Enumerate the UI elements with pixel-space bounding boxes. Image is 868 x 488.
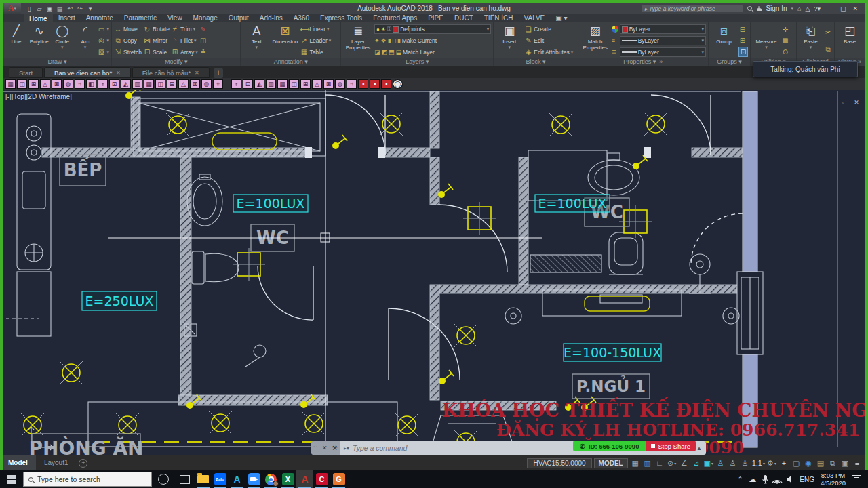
taskbar-app-excel[interactable]: X — [279, 470, 296, 488]
taskbar-app-autocad[interactable]: A — [296, 470, 313, 488]
open-button[interactable]: ▱ — [35, 5, 43, 12]
block-tool-icon-4[interactable]: ◬ — [40, 79, 50, 89]
ribbon-tab-view[interactable]: View — [162, 14, 188, 22]
block-tool-icon-11[interactable]: ◭ — [121, 79, 131, 89]
language-indicator[interactable]: ENG — [800, 476, 814, 483]
close-tab-icon[interactable]: ✕ — [195, 68, 199, 78]
block-tool-icon-14[interactable]: ◫ — [155, 79, 165, 89]
insert-block-button[interactable]: ▣ Insert ▾ — [496, 24, 523, 58]
ribbon-tab-add-ins[interactable]: Add-ins — [254, 14, 288, 22]
group-edit-button[interactable]: ⊞ — [738, 35, 748, 45]
paste-button[interactable]: ⎗ Paste ▾ — [799, 24, 823, 58]
hatch-tool-button[interactable]: ▨▾ — [98, 47, 110, 57]
panel-label-modify[interactable]: Modify ▾ — [112, 58, 240, 66]
minimize-button[interactable]: – — [830, 5, 833, 12]
file-tab[interactable]: File cần hộ mẫu*✕ — [132, 67, 210, 78]
linetype-dropdown[interactable]: ByLayer▾ — [620, 36, 706, 45]
status-toggle-17[interactable]: ⧉ — [827, 458, 838, 468]
block-tool-icon-19[interactable]: ⌗ — [213, 79, 223, 89]
status-toggle-11[interactable]: 1:1▾ — [752, 458, 765, 468]
viewport-controls-label[interactable]: [-][Top][2D Wireframe] — [5, 93, 72, 100]
block-tool-icon-8[interactable]: ◧ — [86, 79, 96, 89]
block-tool-icon-28[interactable]: ◬ — [312, 79, 322, 89]
block-tool-icon-17[interactable]: ⊠ — [190, 79, 200, 89]
new-drawing-tab-button[interactable]: + — [214, 68, 223, 78]
match-layer-button[interactable]: ◪◩⬒⬓ Match Layer — [374, 47, 491, 57]
command-line-grip[interactable]: ∷ ✕ ⚒ — [311, 441, 340, 455]
panel-label-groups[interactable]: Groups ▾ — [709, 58, 750, 66]
block-tool-icon-6[interactable]: ◍ — [63, 79, 73, 89]
status-toggle-12[interactable]: ⚙▾ — [766, 458, 777, 468]
ribbon-tab-insert[interactable]: Insert — [53, 14, 81, 22]
leader-button[interactable]: ↗Leader ▾ — [300, 35, 331, 45]
ribbon-tab-manage[interactable]: Manage — [188, 14, 223, 22]
rotate-button[interactable]: ↻Rotate — [143, 24, 170, 35]
edit-block-button[interactable]: ✎Edit — [524, 35, 573, 45]
block-tool-icon-33[interactable]: ▪ — [370, 79, 380, 89]
block-tool-icon-18[interactable]: ◍ — [201, 79, 212, 89]
lineweight-dropdown[interactable]: ByLayer▾ — [620, 47, 706, 57]
cut-button[interactable]: ✂ — [824, 27, 832, 37]
ribbon-tab-duct[interactable]: DUCT — [449, 14, 479, 22]
copy-button[interactable]: ⧉Copy — [114, 35, 142, 45]
ribbon-tab-express-tools[interactable]: Express Tools — [315, 14, 368, 22]
clock[interactable]: 8:03 PM 4/5/2020 — [821, 472, 846, 487]
block-tool-icon-10[interactable]: ⊡ — [109, 79, 119, 89]
app-store-icon[interactable]: ⌂ — [797, 5, 801, 12]
move-button[interactable]: ⇔Move — [114, 24, 142, 35]
ribbon-tab-parametric[interactable]: Parametric — [119, 14, 162, 22]
measure-button[interactable]: Measure ▾ — [753, 24, 780, 58]
panel-label-layers[interactable]: Layers ▾ — [341, 58, 493, 66]
sign-in-button[interactable]: Sign In — [766, 5, 787, 12]
ribbon-tab-a360[interactable]: A360 — [288, 14, 315, 22]
close-command-icon[interactable]: ✕ — [322, 445, 328, 451]
ungroup-button[interactable]: ⊟ — [738, 24, 748, 35]
block-tool-icon-25[interactable]: ▦ — [277, 79, 288, 89]
ribbon-tab-pipe[interactable]: PIPE — [422, 14, 449, 22]
save-button[interactable]: ▣ — [45, 5, 54, 12]
tray-expand-icon[interactable]: ⌃ — [738, 476, 743, 483]
circle-button[interactable]: ◯ Circle ▾ — [52, 24, 73, 58]
status-toggle-8[interactable]: ♙ — [715, 458, 726, 468]
taskbar-app-autodesk[interactable]: A — [229, 470, 245, 488]
close-tab-icon[interactable]: ✕ — [116, 68, 121, 78]
block-tool-icon-13[interactable]: ▦ — [144, 79, 154, 89]
ribbon-tab-annotate[interactable]: Annotate — [81, 14, 119, 22]
block-tool-icon-12[interactable]: ▥ — [132, 79, 142, 89]
fillet-button[interactable]: ◝Fillet ▾ — [171, 35, 198, 45]
taskbar-app-zoom[interactable] — [245, 470, 262, 488]
file-tab[interactable]: Ban ve dien can ho*✕ — [44, 67, 131, 78]
block-tool-icon-35[interactable]: ◯ — [393, 79, 403, 89]
customize-button[interactable]: ▾ — [86, 5, 94, 12]
status-toggle-19[interactable]: ≡ — [852, 458, 863, 468]
status-toggle-1[interactable]: ▦ — [630, 458, 641, 468]
color-wheel-icon[interactable] — [612, 26, 618, 33]
lineweight-list-icon[interactable]: ≣ — [612, 49, 618, 56]
customize-wrench-icon[interactable]: ⚒ — [332, 445, 337, 451]
restore-button[interactable]: ▢ — [840, 5, 846, 12]
taskbar-app-g-app[interactable]: G — [330, 470, 347, 488]
status-toggle-13[interactable]: + — [778, 458, 789, 468]
model-tab[interactable]: Model — [0, 455, 36, 470]
alert-icon[interactable]: △ — [805, 5, 810, 12]
quick-calc-button[interactable]: ▦ — [781, 35, 789, 45]
status-toggle-6[interactable]: ⊿ — [691, 458, 702, 468]
cortana-button[interactable] — [158, 474, 169, 485]
new-layout-button[interactable]: + — [79, 459, 87, 468]
explode-button[interactable]: ◫ — [199, 35, 208, 45]
taskbar-app-file-explorer[interactable] — [195, 470, 212, 488]
action-center-icon[interactable] — [852, 475, 861, 483]
taskbar-app-c-app[interactable]: C — [313, 470, 330, 488]
edit-attributes-button[interactable]: ◈Edit Attributes ▾ — [524, 47, 573, 57]
status-toggle-18[interactable]: ▣ — [840, 458, 850, 468]
block-tool-icon-3[interactable]: ⊞ — [28, 79, 39, 89]
redo-button[interactable]: ↷ — [76, 5, 84, 12]
ribbon-tab-home[interactable]: Home — [24, 14, 53, 22]
array-button[interactable]: ⊞Array ▾ — [171, 47, 198, 57]
panel-label-annotation[interactable]: Annotation ▾ — [241, 58, 340, 66]
recorder-icon[interactable]: ▣ ▾ — [550, 14, 572, 22]
status-toggle-4[interactable]: ⊘▾ — [667, 458, 677, 468]
block-tool-icon-29[interactable]: ⊠ — [323, 79, 334, 89]
block-tool-icon-32[interactable]: ▪ — [358, 79, 368, 89]
block-tool-icon-21[interactable]: ♁ — [231, 79, 241, 89]
